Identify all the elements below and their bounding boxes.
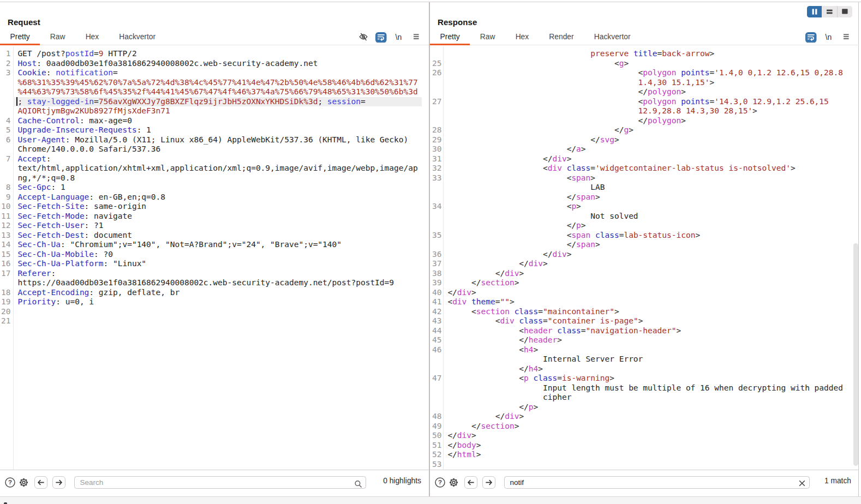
code-segment: div xyxy=(500,316,514,325)
response-editor-row: 29 </svg> xyxy=(430,135,859,145)
request-tab-hackvertor[interactable]: Hackvertor xyxy=(109,30,166,45)
help-icon[interactable]: ? xyxy=(5,477,15,488)
code-segment: Sec-Ch-Ua-Mobile xyxy=(17,250,94,259)
word-wrap-icon[interactable] xyxy=(375,32,387,43)
response-tab-raw[interactable]: Raw xyxy=(470,30,505,45)
code-segment: : xyxy=(46,154,51,163)
code-segment: : 1 xyxy=(51,183,65,191)
request-editor-row: 16Sec-Ch-Ua-Platform: "Linux" xyxy=(0,259,429,269)
word-wrap-icon[interactable] xyxy=(805,32,817,43)
request-editor-row: 14Sec-Ch-Ua: "Chromium";v="140", "Not=A?… xyxy=(0,240,429,250)
line-text: </div> xyxy=(447,259,547,269)
code-segment: span xyxy=(576,193,595,201)
clear-icon[interactable] xyxy=(799,480,805,487)
code-segment: </ xyxy=(519,403,528,411)
code-segment: class xyxy=(519,316,543,325)
line-text: <h4> xyxy=(447,345,538,355)
code-segment: p xyxy=(524,374,529,382)
code-segment xyxy=(447,78,638,87)
line-text: <section class="maincontainer"> xyxy=(447,307,619,317)
code-segment: > xyxy=(614,135,619,144)
gear-icon[interactable] xyxy=(448,477,459,488)
code-segment: Sec-Fetch-User xyxy=(17,221,84,230)
response-editor-row: </span> xyxy=(430,240,859,250)
line-text: Accept-Encoding: gzip, deflate, br xyxy=(17,288,180,298)
menu-icon[interactable] xyxy=(414,34,419,40)
request-panel: RequestPrettyRawHexHackvertor\n1GET /pos… xyxy=(0,2,429,496)
response-editor-row: </p> xyxy=(430,221,859,231)
response-tab-render[interactable]: Render xyxy=(539,30,584,45)
response-scrollbar-thumb[interactable] xyxy=(853,243,858,466)
code-segment: lab-status-icon xyxy=(624,231,695,239)
gear-icon[interactable] xyxy=(18,477,29,488)
code-segment: postId xyxy=(65,49,94,58)
request-search-bar: ?Search0 highlights xyxy=(0,470,429,496)
line-text: <div class='widgetcontainer-lab-status i… xyxy=(447,164,795,173)
code-segment: Sec-Fetch-Mode xyxy=(17,212,84,220)
line-text: </p> xyxy=(447,403,538,412)
code-segment: Accept xyxy=(17,154,46,163)
line-number: 34 xyxy=(430,202,442,212)
code-segment xyxy=(676,68,681,77)
code-segment: </ xyxy=(447,288,457,297)
next-match-button[interactable] xyxy=(482,476,495,489)
hide-content-icon[interactable] xyxy=(359,33,368,41)
code-segment: ng,*/*;q=0.8 xyxy=(17,173,75,182)
response-editor[interactable]: preserve title=back-arrow>25 <g>26 <poly… xyxy=(430,46,859,470)
response-editor-row: 31 </div> xyxy=(430,154,859,164)
request-editor[interactable]: 1GET /post?postId=9 HTTP/22Host: 0aad00d… xyxy=(0,46,429,470)
layout-columns-button[interactable] xyxy=(807,6,822,17)
panel-divider[interactable] xyxy=(429,2,430,496)
response-editor-row: </span> xyxy=(430,193,859,202)
request-search-input[interactable]: Search xyxy=(74,476,366,489)
request-editor-row: AQIORtjymBgw2KUb8927fMjsXdeF3n71 xyxy=(0,106,429,116)
help-icon[interactable]: ? xyxy=(435,477,445,488)
response-tab-hex[interactable]: Hex xyxy=(505,30,539,45)
code-segment xyxy=(447,49,590,58)
code-segment xyxy=(447,240,566,249)
line-number: 35 xyxy=(430,231,442,241)
code-segment xyxy=(447,221,566,230)
response-editor-row: 32 <div class='widgetcontainer-lab-statu… xyxy=(430,164,859,173)
line-text: </span> xyxy=(447,193,600,202)
response-tab-pretty[interactable]: Pretty xyxy=(430,30,470,45)
line-number: 16 xyxy=(0,259,11,269)
code-segment: > xyxy=(595,193,600,201)
code-segment: theme xyxy=(471,297,495,306)
request-tab-pretty[interactable]: Pretty xyxy=(0,30,40,45)
request-tab-raw[interactable]: Raw xyxy=(40,30,75,45)
code-segment xyxy=(529,374,534,382)
line-text: <p> xyxy=(447,202,581,212)
response-panel-title: Response xyxy=(438,17,477,27)
request-tab-hex[interactable]: Hex xyxy=(75,30,109,45)
code-segment: > xyxy=(534,403,539,411)
code-segment: < xyxy=(519,326,524,335)
code-segment: span xyxy=(576,240,595,249)
layout-rows-button[interactable] xyxy=(822,6,836,17)
previous-match-button[interactable] xyxy=(34,476,47,489)
next-match-button[interactable] xyxy=(52,476,65,489)
layout-single-button[interactable] xyxy=(838,6,852,17)
request-editor-row: 18Accept-Encoding: gzip, deflate, br xyxy=(0,288,429,298)
code-segment: a xyxy=(576,145,581,153)
newline-icon[interactable]: \n xyxy=(826,33,832,41)
line-number: 49 xyxy=(430,422,442,431)
newline-icon[interactable]: \n xyxy=(396,33,402,41)
line-text: Sec-Fetch-Site: same-origin xyxy=(17,202,146,212)
code-segment: </ xyxy=(543,250,552,259)
code-segment: div xyxy=(457,431,471,440)
code-segment: div xyxy=(457,288,471,297)
previous-match-button[interactable] xyxy=(464,476,477,489)
response-search-input[interactable]: notif xyxy=(504,476,810,489)
line-number: 30 xyxy=(430,145,442,154)
menu-icon[interactable] xyxy=(844,34,849,40)
code-segment: </ xyxy=(567,145,576,153)
code-segment: "" xyxy=(500,297,509,306)
line-number: 52 xyxy=(430,450,442,460)
response-editor-row: 27 <polygon points='14.3,0 12.9,1.2 25.6… xyxy=(430,97,859,107)
response-tab-hackvertor[interactable]: Hackvertor xyxy=(584,30,641,45)
code-segment: = xyxy=(657,49,662,58)
code-segment: </ xyxy=(447,441,457,449)
line-text: </div> xyxy=(447,412,524,422)
code-segment: </ xyxy=(567,221,576,230)
